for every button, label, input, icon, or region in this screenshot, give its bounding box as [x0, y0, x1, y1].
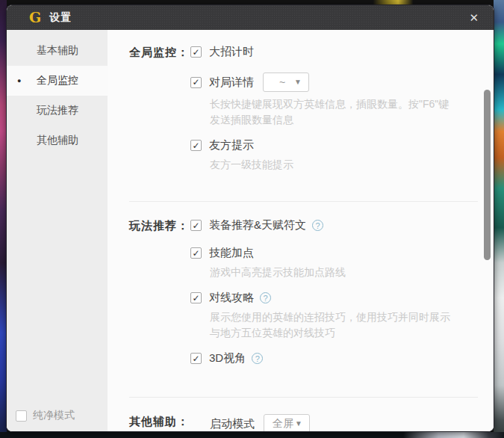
section-other-assist: 其他辅助： 启动模式 全屏 ▼ ✓ 英雄快速搜索 在选择英雄页面中快速搜索到您需…	[108, 414, 494, 432]
pure-mode-label: 纯净模式	[33, 409, 75, 422]
skill-points-label: 技能加点	[209, 246, 254, 260]
check-icon: ✓	[192, 220, 199, 229]
check-icon: ✓	[192, 293, 199, 302]
lane-guide-row: ✓ 对线攻略 ?	[190, 291, 494, 305]
section-divider	[129, 201, 478, 202]
launch-mode-row: 启动模式 全屏 ▼	[210, 414, 494, 432]
lane-guide-label: 对线攻略	[209, 291, 254, 305]
scrollbar-thumb[interactable]	[484, 90, 491, 260]
desktop-background-bottom	[0, 432, 504, 438]
gear-runes-label: 装备推荐&天赋符文	[209, 218, 306, 232]
sidebar-item-gameplay-recommend[interactable]: 玩法推荐	[7, 96, 108, 126]
ally-tip-row: ✓ 友方提示	[190, 138, 494, 152]
sidebar-item-global-monitor[interactable]: ● 全局监控	[7, 66, 108, 96]
pure-mode-toggle[interactable]: 纯净模式	[16, 409, 75, 422]
close-icon[interactable]: ✕	[466, 10, 482, 25]
ally-tip-checkbox[interactable]: ✓	[190, 140, 202, 151]
check-icon: ✓	[192, 248, 199, 257]
section-divider	[129, 397, 478, 398]
section-title: 其他辅助：	[108, 414, 190, 432]
gear-runes-checkbox[interactable]: ✓	[190, 220, 202, 231]
check-icon: ✓	[192, 47, 199, 56]
launch-mode-label: 启动模式	[210, 417, 255, 431]
help-icon[interactable]: ?	[260, 292, 271, 303]
ult-timer-label: 大招计时	[209, 45, 254, 59]
view-3d-row: ✓ 3D视角 ?	[190, 351, 494, 365]
ult-timer-row: ✓ 大招计时	[190, 45, 494, 59]
sidebar-item-label: 玩法推荐	[37, 104, 78, 117]
match-detail-row: ✓ 对局详情 ~ ▼	[190, 73, 494, 92]
check-icon: ✓	[192, 141, 199, 149]
active-bullet-icon: ●	[17, 78, 21, 84]
sidebar-item-other-assist[interactable]: 其他辅助	[7, 126, 108, 155]
desktop-background-right	[494, 0, 504, 438]
dropdown-value: 全屏	[264, 417, 309, 431]
match-detail-hint: 发送插眼数量信息	[210, 112, 494, 128]
sidebar-item-label: 全局监控	[37, 74, 78, 87]
skill-points-checkbox[interactable]: ✓	[190, 247, 202, 259]
lane-guide-checkbox[interactable]: ✓	[190, 292, 202, 303]
section-title: 全局监控：	[108, 45, 190, 183]
skill-points-row: ✓ 技能加点	[190, 246, 494, 260]
section-title: 玩法推荐：	[108, 218, 190, 379]
settings-content: 全局监控： ✓ 大招计时 ✓ 对局详情 ~ ▼ 长按快捷键展现双方英雄	[108, 30, 494, 432]
ult-timer-checkbox[interactable]: ✓	[190, 46, 202, 58]
sidebar-item-label: 基本辅助	[37, 44, 78, 58]
match-detail-hint: 长按快捷键展现双方英雄信息，插眼数量。按"F6"键	[210, 96, 494, 112]
match-detail-hotkey-dropdown[interactable]: ~ ▼	[263, 73, 309, 92]
sidebar-item-basic-assist[interactable]: 基本辅助	[7, 36, 108, 66]
lane-guide-hint: 与地方五位英雄的对线技巧	[210, 325, 494, 341]
lane-guide-hint: 展示您使用的英雄的连招技巧，使用技巧并同时展示	[210, 309, 494, 325]
view-3d-label: 3D视角	[209, 351, 246, 365]
help-icon[interactable]: ?	[252, 353, 263, 364]
settings-window: G 设置 ✕ 基本辅助 ● 全局监控 玩法推荐 其他辅助 纯净模式	[6, 4, 494, 432]
gear-runes-row: ✓ 装备推荐&天赋符文 ?	[190, 218, 494, 232]
check-icon: ✓	[192, 354, 199, 363]
app-logo-icon: G	[29, 10, 41, 25]
ally-tip-label: 友方提示	[209, 138, 254, 152]
launch-mode-dropdown[interactable]: 全屏 ▼	[264, 414, 310, 432]
sidebar: 基本辅助 ● 全局监控 玩法推荐 其他辅助 纯净模式	[7, 30, 108, 432]
titlebar[interactable]: G 设置 ✕	[7, 5, 494, 30]
dropdown-value: ~	[264, 76, 308, 88]
help-icon[interactable]: ?	[312, 220, 323, 231]
section-gameplay-recommend: 玩法推荐： ✓ 装备推荐&天赋符文 ? ✓ 技能加点 游戏中高亮提示技能加点路线…	[108, 218, 494, 379]
skill-points-hint: 游戏中高亮提示技能加点路线	[210, 265, 494, 280]
view-3d-checkbox[interactable]: ✓	[190, 353, 202, 364]
check-icon: ✓	[192, 78, 199, 87]
section-global-monitor: 全局监控： ✓ 大招计时 ✓ 对局详情 ~ ▼ 长按快捷键展现双方英雄	[108, 45, 494, 183]
match-detail-checkbox[interactable]: ✓	[190, 77, 202, 88]
match-detail-label: 对局详情	[209, 75, 254, 90]
pure-mode-checkbox[interactable]	[16, 410, 27, 422]
sidebar-item-label: 其他辅助	[37, 134, 78, 147]
window-title: 设置	[49, 11, 72, 25]
ally-tip-hint: 友方一级技能提示	[210, 157, 494, 173]
chevron-down-icon: ▼	[294, 78, 302, 86]
chevron-down-icon: ▼	[295, 419, 302, 428]
